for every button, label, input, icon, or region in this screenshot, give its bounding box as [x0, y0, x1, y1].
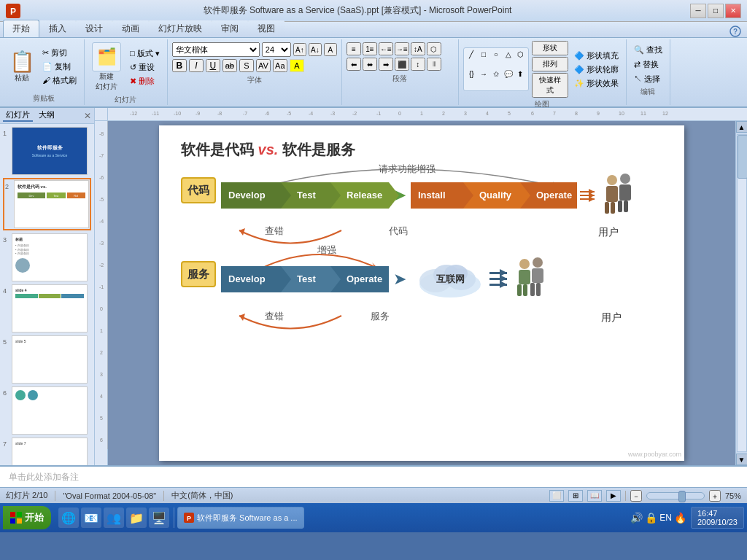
svg-rect-52: [606, 186, 618, 202]
shape-fill-button[interactable]: 🔷 形状填充: [571, 50, 622, 62]
svg-text:-2: -2: [99, 262, 104, 268]
decrease-font-button[interactable]: A↓: [309, 43, 322, 56]
select-button[interactable]: ↖ 选择: [631, 73, 665, 85]
paste-button[interactable]: 📋 粘贴: [7, 48, 36, 85]
folder-icon[interactable]: 📁: [126, 508, 147, 528]
find-button[interactable]: 🔍 查找: [631, 44, 665, 56]
tab-start[interactable]: 开始: [3, 20, 39, 37]
internet-label: 互联网: [436, 273, 465, 286]
align-left-button[interactable]: ⬅: [347, 58, 361, 71]
cut-button[interactable]: ✂ 剪切: [39, 47, 80, 59]
scroll-track[interactable]: [737, 134, 747, 452]
outline-tab[interactable]: 大纲: [36, 109, 58, 122]
zoom-in-button[interactable]: ＋: [709, 490, 721, 502]
scroll-thumb[interactable]: [738, 135, 748, 179]
text-direction-button[interactable]: ↕A: [411, 42, 425, 55]
bold-button[interactable]: B: [172, 59, 187, 72]
email-icon[interactable]: 📧: [81, 508, 101, 528]
convert-to-smartart-button[interactable]: ⬡: [427, 42, 441, 55]
shape-effect-button[interactable]: ✨ 形状效果: [571, 77, 622, 90]
shape-button[interactable]: 形状: [532, 41, 568, 55]
numbering-button[interactable]: 1≡: [363, 42, 377, 55]
minimize-button[interactable]: ─: [690, 4, 706, 18]
shapes-gallery: ╱ □ ○ △ ⬡ {} → ✩ 💬 ⬆: [463, 47, 529, 91]
font-case-button[interactable]: Aa: [273, 59, 287, 72]
slide-canvas[interactable]: 软件是代码 vs. 软件是服务 代码 请求功能增强: [159, 125, 684, 461]
quick-styles-button[interactable]: 快速样式: [532, 73, 568, 98]
slide-sorter-button[interactable]: ⊞: [568, 490, 583, 502]
delete-button[interactable]: ✖ 删除: [127, 75, 163, 88]
indent-less-button[interactable]: ←≡: [379, 42, 393, 55]
ie-icon[interactable]: 🌐: [58, 508, 79, 528]
shape-outline-button[interactable]: 🔷 形状轮廓: [571, 63, 622, 76]
panel-close-button[interactable]: ✕: [84, 111, 91, 121]
slide-thumb-active[interactable]: 软件是代码 vs. Dev Test Rel: [14, 180, 89, 228]
slides-tab[interactable]: 幻灯片: [3, 109, 33, 122]
char-spacing-button[interactable]: AV: [256, 59, 271, 72]
zoom-thumb[interactable]: [678, 491, 686, 502]
tab-insert[interactable]: 插入: [39, 20, 76, 37]
close-button[interactable]: ✕: [725, 4, 741, 18]
clear-format-button[interactable]: A: [324, 43, 337, 56]
font-color-button[interactable]: A: [290, 59, 304, 72]
tab-design[interactable]: 设计: [76, 20, 112, 37]
status-divider-1: [55, 491, 55, 501]
increase-font-button[interactable]: A↑: [293, 43, 306, 56]
bullets-button[interactable]: ≡: [347, 42, 361, 55]
notes-area[interactable]: 单击此处添加备注: [0, 465, 747, 487]
reading-view-button[interactable]: 📖: [587, 490, 602, 502]
reset-button[interactable]: ↺ 重设: [127, 61, 163, 74]
replace-button[interactable]: ⇄ 替换: [631, 58, 665, 71]
slide-thumb[interactable]: slide 7: [12, 438, 88, 465]
svg-text:1: 1: [100, 328, 103, 333]
font-size-select[interactable]: 24: [262, 42, 291, 57]
align-right-button[interactable]: ➡: [379, 58, 393, 71]
code-label-below: 代码: [389, 225, 408, 238]
scroll-down-button[interactable]: ▼: [736, 454, 748, 465]
indent-more-button[interactable]: →≡: [395, 42, 409, 55]
copy-button[interactable]: 📄 复制: [39, 61, 80, 73]
svg-rect-72: [17, 512, 22, 517]
slide-number: 6: [3, 389, 12, 397]
start-button[interactable]: 开始: [3, 506, 51, 529]
columns-button[interactable]: ⫴: [427, 58, 441, 71]
format-painter-button[interactable]: 🖌 格式刷: [39, 74, 80, 87]
tab-review[interactable]: 审阅: [212, 20, 248, 37]
italic-button[interactable]: I: [189, 59, 204, 72]
slide-thumb[interactable]: slide 4: [12, 284, 88, 332]
taskbar-powerpoint[interactable]: P 软件即服务 Software as a ...: [177, 507, 304, 529]
tab-animation[interactable]: 动画: [112, 20, 149, 37]
zoom-out-button[interactable]: －: [630, 490, 642, 502]
arrange-button[interactable]: 排列: [532, 57, 568, 71]
tab-view[interactable]: 视图: [248, 20, 285, 37]
slide-thumb[interactable]: slide 5: [12, 335, 88, 384]
svg-text:-10: -10: [174, 111, 181, 116]
layout-button[interactable]: □ 版式 ▾: [127, 47, 163, 60]
slide-thumb[interactable]: [12, 386, 88, 435]
ruler-v-marks: -8 -7 -6 -5 -4 -3 -2 -1 0 1 2 3 4 5 6: [95, 121, 108, 449]
tab-slideshow[interactable]: 幻灯片放映: [149, 20, 212, 37]
font-name-select[interactable]: 华文楷体: [172, 42, 260, 57]
slideshow-button[interactable]: ▶: [606, 490, 621, 502]
justify-button[interactable]: ⬛: [395, 58, 409, 71]
normal-view-button[interactable]: ⬜: [549, 490, 564, 502]
zoom-slider[interactable]: [646, 492, 705, 499]
strikethrough-button[interactable]: ab: [222, 59, 237, 72]
slide-thumb[interactable]: 标题 • 内容条目• 内容条目• 内容条目: [12, 233, 88, 281]
line-spacing-button[interactable]: ↕: [411, 58, 425, 71]
zoom-level: 75%: [725, 491, 741, 500]
align-center-button[interactable]: ⬌: [363, 58, 377, 71]
scrollbar-vertical[interactable]: ▲ ▼: [735, 121, 747, 465]
new-slide-button[interactable]: 🗂️ 新建 幻灯片: [89, 41, 124, 93]
slide-thumb[interactable]: 软件即服务 Software as a Service: [12, 127, 88, 175]
users-icon[interactable]: 👥: [104, 508, 124, 528]
app-icon-quick[interactable]: 🖥️: [149, 508, 169, 528]
slide-list: 1 软件即服务 Software as a Service 2 软件是代码 vs…: [0, 124, 94, 465]
maximize-button[interactable]: □: [708, 4, 724, 18]
svg-text:-6: -6: [265, 111, 269, 116]
scroll-up-button[interactable]: ▲: [736, 121, 748, 133]
underline-button[interactable]: U: [206, 59, 220, 72]
shadow-button[interactable]: S: [239, 59, 254, 72]
list-item[interactable]: 2 软件是代码 vs. Dev Test Rel: [3, 178, 91, 230]
clock-display: 16:472009/10/23: [691, 507, 744, 529]
